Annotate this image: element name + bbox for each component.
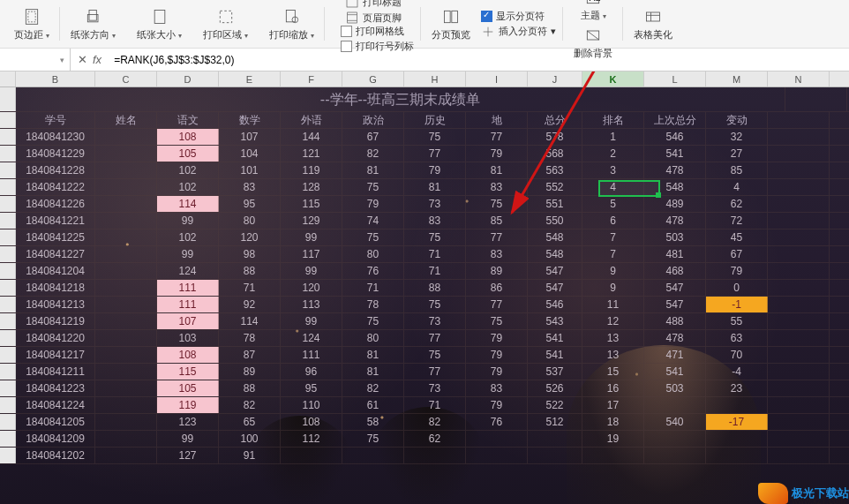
- cell[interactable]: 75: [342, 179, 404, 195]
- cell[interactable]: 123: [157, 414, 219, 430]
- cell[interactable]: 62: [404, 431, 466, 447]
- table-row[interactable]: 1840841211115899681777953715541-4: [0, 364, 849, 380]
- cell[interactable]: 58: [342, 414, 404, 430]
- cell[interactable]: 105: [157, 146, 219, 162]
- cell[interactable]: [95, 162, 157, 178]
- cell[interactable]: 80: [342, 246, 404, 262]
- grid[interactable]: --学年--班高三期末成绩单 学号姓名语文数学外语政治历史地总分排名上次总分变动…: [0, 87, 849, 464]
- table-row[interactable]: 18408412051236510858827651218540-17: [0, 414, 849, 431]
- cell[interactable]: 5: [582, 196, 644, 212]
- table-row[interactable]: 1840841220103781248077795411347863: [0, 330, 849, 347]
- cell[interactable]: [95, 129, 157, 145]
- cell[interactable]: 489: [644, 196, 706, 212]
- theme-button[interactable]: Aa 主题 ▾: [577, 0, 610, 24]
- cell[interactable]: [95, 179, 157, 195]
- cell[interactable]: 83: [466, 380, 528, 396]
- cell[interactable]: 1840841205: [16, 414, 95, 430]
- cell[interactable]: 99: [157, 246, 219, 262]
- cell[interactable]: 77: [466, 129, 528, 145]
- table-row[interactable]: 1840841217108871118175795411347170: [0, 347, 849, 364]
- cell[interactable]: 63: [706, 330, 768, 346]
- cell[interactable]: 99: [157, 431, 219, 447]
- cell[interactable]: [706, 431, 768, 447]
- cell[interactable]: 88: [219, 380, 281, 396]
- cell[interactable]: 67: [706, 246, 768, 262]
- cell[interactable]: 522: [528, 397, 582, 413]
- cell[interactable]: 4: [706, 179, 768, 195]
- cell[interactable]: [466, 431, 528, 447]
- cell[interactable]: 82: [219, 397, 281, 413]
- cell[interactable]: 99: [281, 313, 342, 329]
- cell[interactable]: 81: [342, 162, 404, 178]
- cell[interactable]: 541: [528, 330, 582, 346]
- cell[interactable]: 4: [582, 179, 644, 195]
- cell[interactable]: 547: [528, 280, 582, 296]
- cell[interactable]: 79: [466, 330, 528, 346]
- cell[interactable]: 73: [404, 313, 466, 329]
- cell[interactable]: 17: [582, 397, 644, 413]
- cell[interactable]: 73: [404, 380, 466, 396]
- col-header[interactable]: F: [281, 71, 342, 87]
- table-row[interactable]: 1840841219107114997573755431248855: [0, 313, 849, 330]
- col-header[interactable]: D: [157, 71, 219, 87]
- cell[interactable]: -1: [706, 297, 768, 312]
- cell[interactable]: 82: [342, 146, 404, 162]
- cell[interactable]: 75: [466, 313, 528, 329]
- cell[interactable]: [706, 448, 768, 463]
- col-header[interactable]: L: [644, 71, 706, 87]
- cell[interactable]: 27: [706, 146, 768, 162]
- cell[interactable]: 512: [528, 414, 582, 430]
- cell[interactable]: [582, 448, 644, 463]
- cell[interactable]: 79: [466, 146, 528, 162]
- page-margins-button[interactable]: 页边距 ▾: [11, 5, 53, 43]
- cell[interactable]: 1840841228: [16, 162, 95, 178]
- cell[interactable]: 85: [706, 162, 768, 178]
- cell[interactable]: 563: [528, 162, 582, 178]
- cell[interactable]: [95, 380, 157, 396]
- cell[interactable]: 1840841225: [16, 229, 95, 245]
- cell[interactable]: 0: [706, 280, 768, 296]
- col-header[interactable]: G: [342, 71, 404, 87]
- cell[interactable]: [95, 364, 157, 380]
- cell[interactable]: 468: [644, 263, 706, 279]
- cell[interactable]: [644, 448, 706, 463]
- gridlines-checkbox[interactable]: 打印网格线: [341, 25, 414, 38]
- cell[interactable]: [342, 448, 404, 463]
- cell[interactable]: 112: [281, 431, 342, 447]
- cell[interactable]: 88: [219, 263, 281, 279]
- table-row[interactable]: 18408412241198211061717952217: [0, 397, 849, 414]
- cell[interactable]: 1840841226: [16, 196, 95, 212]
- cell[interactable]: 77: [466, 297, 528, 312]
- table-row[interactable]: 184084120212791: [0, 448, 849, 464]
- table-row[interactable]: 18408412219980129748385550647872: [0, 213, 849, 229]
- table-row[interactable]: 18408412131119211378757754611547-1: [0, 297, 849, 313]
- cell[interactable]: [644, 397, 706, 413]
- cell[interactable]: [95, 397, 157, 413]
- cell[interactable]: 89: [466, 263, 528, 279]
- cell[interactable]: 105: [157, 380, 219, 396]
- cell[interactable]: 478: [644, 213, 706, 229]
- cell[interactable]: 9: [582, 280, 644, 296]
- cell[interactable]: [95, 280, 157, 296]
- cell[interactable]: 543: [528, 313, 582, 329]
- cell[interactable]: 110: [281, 397, 342, 413]
- name-box[interactable]: ▾: [0, 49, 71, 71]
- table-row[interactable]: 1840841230108107144677577578154632: [0, 129, 849, 146]
- cell[interactable]: 75: [342, 229, 404, 245]
- cell[interactable]: 79: [404, 162, 466, 178]
- cell[interactable]: 568: [528, 146, 582, 162]
- cell[interactable]: 83: [404, 213, 466, 229]
- cell[interactable]: 1840841218: [16, 280, 95, 296]
- page-preview-button[interactable]: 分页预览: [428, 5, 474, 43]
- table-row[interactable]: 1840841229105104121827779568254127: [0, 146, 849, 162]
- cell[interactable]: 79: [706, 263, 768, 279]
- cell[interactable]: 76: [466, 414, 528, 430]
- cell[interactable]: 82: [404, 414, 466, 430]
- insert-break-button[interactable]: 插入分页符 ▾: [481, 25, 556, 39]
- cell[interactable]: 11: [582, 297, 644, 312]
- col-header-active[interactable]: K: [582, 71, 644, 87]
- cell[interactable]: 71: [404, 246, 466, 262]
- table-row[interactable]: 1840841228102101119817981563347885: [0, 162, 849, 179]
- cell[interactable]: 6: [582, 213, 644, 229]
- cell[interactable]: 121: [281, 146, 342, 162]
